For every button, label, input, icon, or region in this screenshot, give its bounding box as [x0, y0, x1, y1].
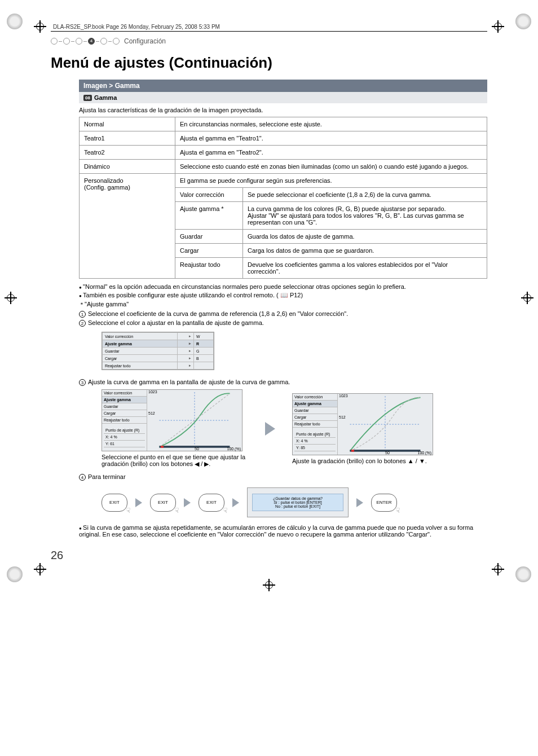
enter-button[interactable]: ENTER☟	[371, 494, 397, 512]
step-line: 2Seleccione el color a ajustar en la pan…	[79, 319, 487, 327]
osd-menu-mock: Valor corrección▸W Ajuste gamma▸R Guarda…	[102, 332, 214, 370]
step-line: 3Ajuste la curva de gamma en la pantalla…	[79, 379, 487, 386]
setting-label: Normal	[80, 117, 175, 131]
setting-desc: En circunstancias normales, seleccione e…	[175, 117, 487, 131]
table-row: Normal En circunstancias normales, selec…	[80, 117, 487, 131]
save-dialog: ¿Guardar datos de gamma? Sí : pulse el b…	[247, 487, 349, 517]
page-ref-icon: 📖	[280, 292, 288, 298]
hand-press-icon: ☟	[126, 507, 130, 515]
breadcrumb: 4 Configuración	[51, 37, 487, 45]
hand-press-icon: ☟	[223, 507, 227, 515]
sub-setting-desc: Carga los datos de gamma que se guardaro…	[243, 244, 487, 258]
sub-setting-desc: Guarda los datos de ajuste de gamma.	[243, 230, 487, 244]
arrow-right-icon	[265, 422, 275, 436]
sub-setting-desc: La curva gamma de los colores (R, G, B) …	[243, 202, 487, 230]
sub-setting-label: Ajuste gamma *	[175, 202, 243, 230]
table-row: Dinámico Seleccione esto cuando esté en …	[80, 160, 487, 174]
graph-caption: Ajuste la gradación (brillo) con lo boto…	[292, 458, 427, 464]
arrow-right-icon	[135, 498, 142, 507]
setting-label: Teatro2	[80, 146, 175, 160]
exit-button[interactable]: EXIT☟	[150, 494, 176, 512]
graph-caption: Seleccione el punto en el que se tiene q…	[102, 454, 248, 468]
page-number: 26	[51, 549, 510, 562]
step-line: 1Seleccione el coeficiente de la curva d…	[79, 310, 487, 318]
sub-setting-label: Guardar	[175, 230, 243, 244]
setting-desc: El gamma se puede configurar según sus p…	[175, 174, 487, 188]
note-line: "Normal" es la opción adecuada en circun…	[79, 283, 487, 290]
svg-rect-3	[161, 446, 164, 448]
item-badge: 08	[83, 95, 92, 101]
svg-rect-7	[351, 450, 354, 452]
sub-setting-desc: Se puede seleccionar el coeficiente (1,8…	[243, 188, 487, 202]
book-header: DLA-RS2E_SP.book Page 26 Monday, Februar…	[51, 23, 487, 32]
gamma-curve-icon	[340, 396, 430, 452]
arrow-right-icon	[232, 498, 239, 507]
subsection-header: 08 Gamma	[79, 92, 487, 103]
page-title: Menú de ajustes (Continuación)	[51, 54, 487, 72]
footnote-title: "Ajuste gamma"	[79, 301, 487, 309]
step-line: 4Para terminar	[79, 473, 487, 481]
note-line: También es posible configurar este ajust…	[79, 292, 487, 299]
exit-button[interactable]: EXIT☟	[199, 494, 224, 512]
step-chain: 4	[51, 38, 120, 45]
gamma-graph-before: Valor corrección Ajuste gamma Guardar Ca…	[102, 389, 242, 451]
table-row: Teatro2 Ajusta el gamma en "Teatro2".	[80, 146, 487, 160]
hand-press-icon: ☟	[396, 507, 400, 515]
gamma-curve-icon	[149, 392, 240, 449]
setting-label: Dinámico	[80, 160, 175, 174]
arrow-right-icon	[356, 498, 363, 507]
sub-setting-desc: Devuelve los coeficientes gamma a los va…	[243, 258, 487, 279]
setting-desc: Seleccione esto cuando esté en zonas bie…	[175, 160, 487, 174]
setting-desc: Ajusta el gamma en "Teatro1".	[175, 131, 487, 146]
setting-label: Personalizado (Config. gamma)	[80, 174, 175, 279]
setting-label: Teatro1	[80, 131, 175, 146]
subsection-label: Gamma	[94, 94, 117, 101]
gamma-settings-table: Normal En circunstancias normales, selec…	[79, 117, 487, 279]
arrow-right-icon	[184, 498, 191, 507]
section-header: Imagen > Gamma	[79, 80, 487, 92]
note-line: Si la curva de gamma se ajusta repetidam…	[79, 524, 487, 538]
sub-setting-label: Cargar	[175, 244, 243, 258]
table-row: Teatro1 Ajusta el gamma en "Teatro1".	[80, 131, 487, 146]
breadcrumb-label: Configuración	[124, 37, 166, 45]
setting-desc: Ajusta el gamma en "Teatro2".	[175, 146, 487, 160]
exit-button[interactable]: EXIT☟	[102, 494, 127, 512]
section-intro: Ajusta las características de la gradaci…	[79, 103, 487, 117]
sub-setting-label: Valor corrección	[175, 188, 243, 202]
exit-sequence: EXIT☟ EXIT☟ EXIT☟ ¿Guardar datos de gamm…	[102, 487, 487, 517]
sub-setting-label: Reajustar todo	[175, 258, 243, 279]
hand-press-icon: ☟	[175, 507, 179, 515]
gamma-graph-after: Valor corrección Ajuste gamma Guardar Ca…	[292, 393, 433, 455]
table-row: Personalizado (Config. gamma) El gamma s…	[80, 174, 487, 188]
notes-block: "Normal" es la opción adecuada en circun…	[79, 283, 487, 538]
